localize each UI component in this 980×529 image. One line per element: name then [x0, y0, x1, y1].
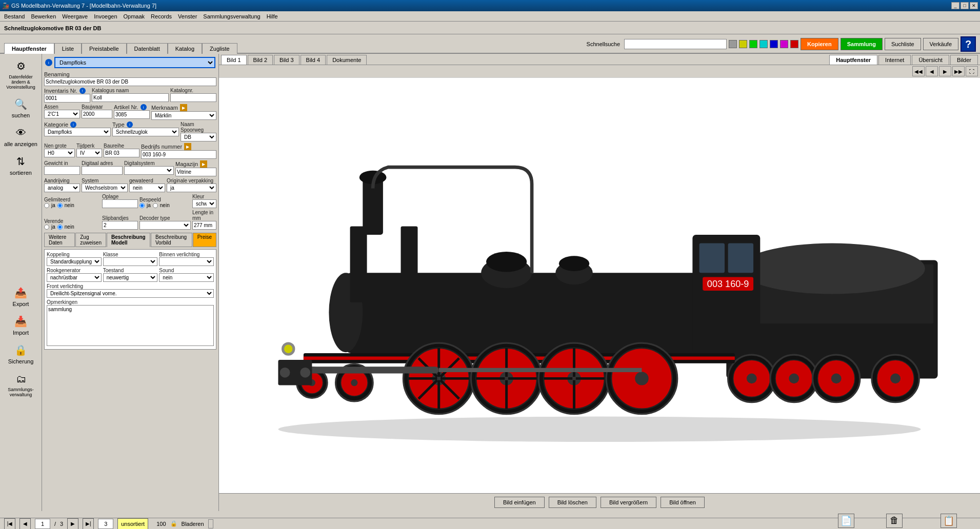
sammlung-button[interactable]: Sammlung: [841, 38, 883, 50]
bedrifs-arrow-icon[interactable]: ▶: [184, 143, 191, 150]
benaming-input[interactable]: [44, 77, 216, 86]
gewicht-input[interactable]: [44, 166, 80, 175]
naam-spoorweg-select[interactable]: DB: [181, 133, 216, 141]
img-ctrl-3[interactable]: ▶: [939, 66, 951, 76]
verkaufe-button[interactable]: Verkäufe: [923, 38, 958, 50]
bild-vergrossern-button[interactable]: Bild vergrößern: [601, 497, 656, 508]
dampflok-dropdown[interactable]: Dampfloks: [54, 57, 215, 68]
assen-select[interactable]: 2'C'1: [44, 110, 80, 118]
bedrifs-nummer-input[interactable]: [141, 150, 216, 159]
artikel-info-icon[interactable]: i: [141, 104, 147, 110]
color-cyan[interactable]: [759, 40, 768, 48]
type-select[interactable]: Schnellzuglok: [112, 128, 179, 136]
menu-opmaak[interactable]: Opmaak: [121, 12, 148, 21]
oplage-input[interactable]: [102, 199, 138, 208]
decoder-type-select[interactable]: [139, 221, 191, 230]
bild-loschen-button[interactable]: Bild löschen: [549, 497, 596, 508]
tab-datenblatt[interactable]: Datenblatt: [127, 43, 168, 54]
baureihe-input[interactable]: [104, 149, 139, 157]
lengte-mm-input[interactable]: [192, 221, 216, 230]
tab-hauptfenster[interactable]: Hauptfenster: [4, 43, 54, 54]
system-select[interactable]: Wechselstrom: [82, 184, 128, 192]
nav-next-button[interactable]: ▶: [67, 518, 78, 530]
verende-nein[interactable]: [57, 225, 63, 230]
img-tab-bild4[interactable]: Bild 4: [301, 55, 326, 65]
tab-preistabelle[interactable]: Preistabelle: [82, 43, 126, 54]
suchliste-button[interactable]: Suchliste: [885, 38, 921, 50]
view-tab-ubersicht[interactable]: Übersicht: [912, 55, 949, 65]
nen-grote-select[interactable]: H0: [44, 149, 75, 157]
originale-verpakking-select[interactable]: ja: [167, 184, 216, 192]
tab-zugliste[interactable]: Zugliste: [202, 43, 237, 54]
color-purple[interactable]: [780, 40, 788, 48]
neuer-datensatz-action[interactable]: 📄 neuer Datensatz: [826, 514, 867, 530]
inventaris-info-icon[interactable]: !: [79, 88, 86, 94]
close-button[interactable]: ✕: [970, 2, 978, 9]
merknaam-arrow-icon[interactable]: ▶: [180, 104, 187, 111]
baujahr-input[interactable]: [82, 110, 112, 118]
sidebar-item-sammlungsverwaltung[interactable]: 🗂 Sammlungs-verwaltung: [1, 369, 41, 399]
gewateerd-select[interactable]: nein: [129, 184, 165, 192]
menu-hilfe[interactable]: Hilfe: [264, 12, 281, 21]
binnen-verlichting-select[interactable]: [159, 257, 214, 266]
tab-beschreibung-modell[interactable]: Beschreibung Modell: [107, 233, 150, 247]
type-info-icon[interactable]: !: [127, 121, 133, 128]
sidebar-item-alle-anzeigen[interactable]: 👁 alle anzeigen: [1, 123, 41, 149]
digitalsystem-select[interactable]: [124, 166, 174, 175]
rookgenerator-select[interactable]: nachrüstbar: [47, 273, 102, 282]
toestand-select[interactable]: neuwertig: [103, 273, 158, 282]
img-tab-bild3[interactable]: Bild 3: [274, 55, 299, 65]
koppeling-select[interactable]: Standardkupplung: [47, 257, 102, 266]
datensatz-loschen-action[interactable]: 🗑 Datensatz löschen: [871, 514, 918, 530]
tab-weitere-daten[interactable]: Weitere Daten: [44, 233, 75, 247]
view-tab-internet[interactable]: Internet: [878, 55, 911, 65]
sidebar-item-sicherung[interactable]: 🔒 Sicherung: [1, 340, 41, 367]
menu-records[interactable]: Records: [148, 12, 175, 21]
page-current-input[interactable]: [35, 519, 50, 529]
help-button[interactable]: ?: [961, 36, 976, 52]
img-ctrl-2[interactable]: ◀: [926, 66, 938, 76]
gelimiteerd-ja[interactable]: [44, 203, 49, 208]
sidebar-item-suchen[interactable]: 🔍 suchen: [1, 94, 41, 120]
sidebar-item-import[interactable]: 📥 Import: [1, 311, 41, 338]
tab-beschreibung-vorbild[interactable]: Beschreibung Vorbild: [151, 233, 192, 247]
klasse-select[interactable]: [103, 257, 158, 266]
kategorie-info-icon[interactable]: !: [70, 121, 76, 128]
nav-last-button[interactable]: ▶|: [83, 518, 94, 530]
slipbandjes-input[interactable]: [102, 221, 138, 230]
aandrijving-select[interactable]: analog: [44, 184, 80, 192]
kopieren-button[interactable]: Kopieren: [801, 38, 838, 50]
menu-bestand[interactable]: Bestand: [1, 12, 28, 21]
img-ctrl-5[interactable]: ⛶: [966, 66, 978, 76]
magazijn-arrow-icon[interactable]: ▶: [200, 160, 207, 168]
bild-offnen-button[interactable]: Bild öffnen: [661, 497, 705, 508]
img-tab-bild1[interactable]: Bild 1: [221, 55, 247, 65]
digitaal-adres-input[interactable]: [82, 166, 123, 175]
tab-liste[interactable]: Liste: [54, 43, 82, 54]
img-tab-dokumente[interactable]: Dokumente: [327, 55, 367, 65]
color-red[interactable]: [790, 40, 798, 48]
magazijn-input[interactable]: [175, 168, 216, 176]
bild-einfugen-button[interactable]: Bild einfügen: [494, 497, 545, 508]
img-tab-bild2[interactable]: Bild 2: [248, 55, 273, 65]
color-yellow[interactable]: [739, 40, 747, 48]
view-tab-bilder[interactable]: Bilder: [950, 55, 978, 65]
kategorie-select[interactable]: Dampfloks: [44, 128, 111, 136]
menu-weergave[interactable]: Weergave: [59, 12, 91, 21]
merknaam-select[interactable]: Märklin: [151, 111, 216, 120]
bespeeld-ja[interactable]: [139, 203, 145, 208]
bladeren-button[interactable]: [208, 519, 213, 528]
tab-zug-zuweisen[interactable]: Zug zuweisen: [75, 233, 106, 247]
menu-sammlungsverwaltung[interactable]: Sammlungsverwaltung: [200, 12, 263, 21]
menu-invoegen[interactable]: Invoegen: [91, 12, 120, 21]
front-verlichting-select[interactable]: Dreilicht-Spitzensignal vorne.: [47, 289, 214, 298]
datensatz-duplizieren-action[interactable]: 📋 Datensatz duplizieren: [922, 514, 976, 530]
nav-prev-button[interactable]: ◀: [19, 518, 31, 530]
sound-select[interactable]: nein: [159, 273, 214, 282]
color-blue[interactable]: [770, 40, 778, 48]
inventaris-input[interactable]: [44, 94, 90, 103]
gelimiteerd-nein[interactable]: [57, 203, 63, 208]
opmerkingen-textarea[interactable]: sammlung: [47, 305, 214, 346]
schnellsuche-input[interactable]: [624, 39, 727, 49]
sidebar-item-datenfelder[interactable]: ⚙ Datenfelderändern &Voreinstellung: [1, 56, 41, 92]
